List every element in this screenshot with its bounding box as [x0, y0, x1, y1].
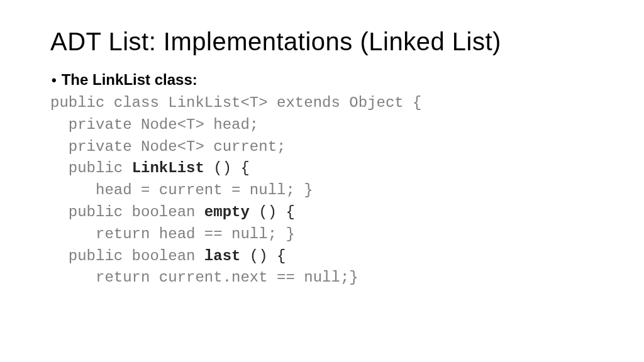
code-line-6c: () { [250, 204, 295, 221]
bullet-text: The LinkList class: [62, 71, 197, 89]
code-line-7: return head == null; } [50, 226, 295, 243]
slide-title: ADT List: Implementations (Linked List) [50, 28, 594, 56]
code-block: public class LinkList<T> extends Object … [50, 92, 594, 289]
code-line-6-method: empty [204, 204, 250, 221]
code-line-8-method: last [204, 248, 241, 265]
code-line-8a: public boolean [50, 248, 204, 265]
code-line-4c: () { [204, 160, 250, 177]
code-line-4a: public [50, 160, 132, 177]
code-line-6a: public boolean [50, 204, 204, 221]
bullet-dot-icon: • [52, 74, 62, 87]
code-line-9: return current.next == null;} [50, 269, 358, 286]
code-line-1: public class LinkList<T> extends Object … [50, 94, 422, 111]
code-line-5: head = current = null; } [50, 182, 313, 199]
slide: ADT List: Implementations (Linked List) … [0, 0, 644, 362]
code-line-2: private Node<T> head; [50, 116, 258, 133]
code-line-8c: () { [240, 248, 286, 265]
bullet-item: • The LinkList class: [50, 71, 594, 89]
code-line-3: private Node<T> current; [50, 138, 286, 155]
code-line-4-method: LinkList [132, 160, 204, 177]
